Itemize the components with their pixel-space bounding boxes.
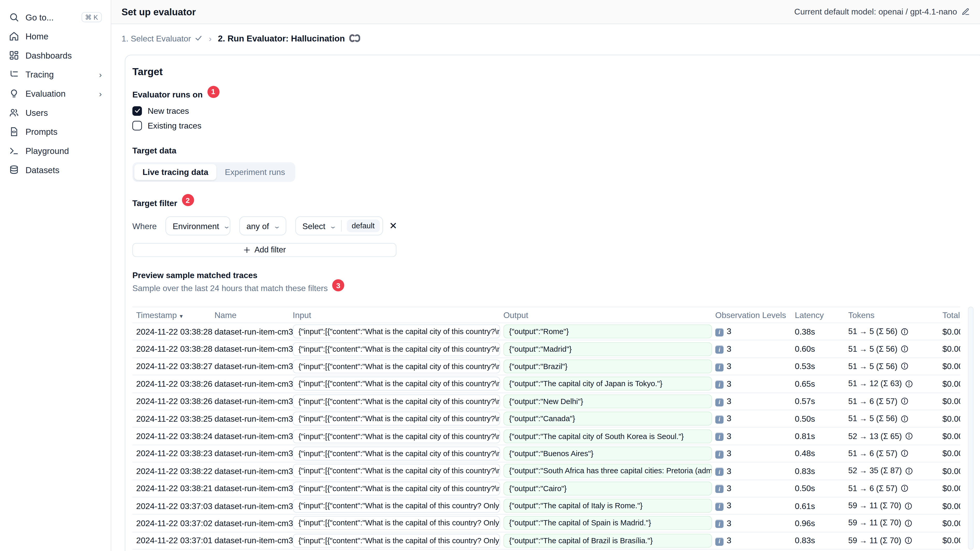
col-output[interactable]: Output: [503, 310, 715, 320]
remove-filter-icon[interactable]: ✕: [389, 220, 397, 232]
input-cell[interactable]: {"input":[{"content":"What is the capita…: [293, 394, 500, 408]
input-text: {"input":[{"content":"What is the capita…: [298, 345, 500, 353]
checkbox-unchecked-icon[interactable]: [132, 121, 142, 130]
input-text: {"input":[{"content":"What is the capita…: [298, 327, 500, 336]
output-cell[interactable]: {"output":"The capital of Italy is Rome.…: [503, 499, 712, 513]
input-cell[interactable]: {"input":[{"content":"What is the capita…: [293, 342, 500, 356]
sidebar-item-tracing[interactable]: Tracing ›: [0, 65, 111, 84]
input-cell[interactable]: {"input":[{"content":"What is the capita…: [293, 324, 500, 338]
sidebar-item-prompts[interactable]: Prompts: [0, 122, 111, 141]
filter-operator-select[interactable]: any of ⌄: [240, 216, 286, 236]
cell-input: {"input":[{"content":"What is the capita…: [293, 464, 503, 478]
table-row[interactable]: 2024-11-22 03:38:21 dataset-run-item-cm3…: [132, 480, 960, 497]
target-data-label: Target data: [132, 145, 177, 155]
checkbox-checked-icon[interactable]: [132, 106, 142, 116]
plus-icon: [243, 246, 250, 254]
table-row[interactable]: 2024-11-22 03:38:23 dataset-run-item-cm3…: [132, 445, 960, 462]
input-cell[interactable]: {"input":[{"content":"What is the capita…: [293, 481, 500, 495]
sidebar-item-playground[interactable]: Playground: [0, 141, 111, 160]
table-row[interactable]: 2024-11-22 03:38:26 dataset-run-item-cm3…: [132, 393, 960, 410]
info-circle-icon[interactable]: [905, 467, 913, 475]
edit-pencil-icon[interactable]: [962, 8, 970, 16]
output-cell[interactable]: {"output":"New Delhi"}: [503, 394, 712, 408]
table-row[interactable]: 2024-11-22 03:38:28 dataset-run-item-cm3…: [132, 323, 960, 341]
sidebar-item-home[interactable]: Home: [0, 27, 111, 46]
col-total-cost[interactable]: Total Cost: [942, 310, 960, 320]
table-row[interactable]: 2024-11-22 03:38:27 dataset-run-item-cm3…: [132, 358, 960, 375]
output-cell[interactable]: {"output":"Rome"}: [503, 324, 712, 338]
chevron-down-icon: ⌄: [329, 222, 337, 229]
output-cell[interactable]: {"output":"South Africa has three capita…: [503, 464, 712, 478]
output-cell[interactable]: {"output":"Buenos Aires"}: [503, 446, 712, 460]
input-cell[interactable]: {"input":[{"content":"What is the capita…: [293, 359, 500, 373]
info-circle-icon[interactable]: [900, 362, 909, 371]
col-input[interactable]: Input: [293, 310, 503, 320]
checkbox-existing-traces[interactable]: Existing traces: [132, 121, 978, 130]
info-square-icon: i: [715, 537, 724, 546]
info-circle-icon[interactable]: [905, 380, 913, 388]
info-circle-icon[interactable]: [904, 537, 913, 545]
input-text: {"input":[{"content":"What is the capita…: [298, 536, 500, 545]
levels-count: 3: [727, 501, 731, 511]
sidebar-item-evaluation[interactable]: Evaluation ›: [0, 84, 111, 103]
step-select-evaluator[interactable]: 1. Select Evaluator: [122, 33, 202, 43]
info-circle-icon[interactable]: [904, 519, 913, 527]
col-tokens[interactable]: Tokens: [848, 310, 942, 320]
cell-total-cost: $0.000011 (: [942, 362, 960, 371]
info-square-icon: i: [715, 503, 724, 511]
output-cell[interactable]: {"output":"The capital of Spain is Madri…: [503, 516, 712, 530]
col-name[interactable]: Name: [215, 310, 293, 320]
table-row[interactable]: 2024-11-22 03:38:25 dataset-run-item-cm3…: [132, 410, 960, 428]
info-circle-icon[interactable]: [900, 397, 909, 405]
input-cell[interactable]: {"input":[{"content":"What is the capita…: [293, 411, 500, 426]
sidebar-goto[interactable]: Go to... ⌘ K: [0, 8, 111, 27]
sidebar-item-users[interactable]: Users: [0, 103, 111, 122]
table-row[interactable]: 2024-11-22 03:38:24 dataset-run-item-cm3…: [132, 428, 960, 445]
filter-column-select[interactable]: Environment ⌄: [165, 216, 231, 236]
add-filter-button[interactable]: Add filter: [132, 243, 397, 257]
checkbox-new-traces[interactable]: New traces: [132, 106, 978, 116]
filter-value-select[interactable]: Select ⌄ default: [295, 216, 383, 236]
table-row[interactable]: 2024-11-22 03:38:28 dataset-run-item-cm3…: [132, 341, 960, 358]
info-square-icon: i: [715, 485, 724, 493]
output-cell[interactable]: {"output":"Madrid"}: [503, 342, 712, 356]
table-row[interactable]: 2024-11-22 03:38:26 dataset-run-item-cm3…: [132, 376, 960, 393]
info-circle-icon[interactable]: [900, 484, 909, 492]
sidebar-item-datasets[interactable]: Datasets: [0, 160, 111, 179]
input-cell[interactable]: {"input":[{"content":"What is the capita…: [293, 377, 500, 391]
table-row[interactable]: 2024-11-22 03:37:01 dataset-run-item-cm3…: [132, 532, 960, 550]
col-latency[interactable]: Latency: [795, 310, 848, 320]
table-row[interactable]: 2024-11-22 03:37:03 dataset-run-item-cm3…: [132, 497, 960, 515]
step-run-evaluator[interactable]: 2. Run Evaluator: Hallucination: [218, 33, 360, 43]
info-circle-icon[interactable]: [900, 449, 909, 458]
table-row[interactable]: 2024-11-22 03:37:02 dataset-run-item-cm3…: [132, 515, 960, 532]
info-circle-icon[interactable]: [900, 414, 909, 423]
output-cell[interactable]: {"output":"Canada"}: [503, 411, 712, 426]
info-circle-icon[interactable]: [905, 432, 913, 440]
input-cell[interactable]: {"input":[{"content":"What is the capita…: [293, 446, 500, 460]
input-cell[interactable]: {"input":[{"content":"What is the capita…: [293, 499, 500, 513]
col-timestamp[interactable]: Timestamp▼: [136, 310, 215, 320]
input-cell[interactable]: {"input":[{"content":"What is the capita…: [293, 464, 500, 478]
col-observation-levels[interactable]: Observation Levels: [715, 310, 795, 320]
tab-experiment-runs[interactable]: Experiment runs: [216, 164, 293, 179]
cell-observation-levels: i3: [715, 518, 795, 528]
info-circle-icon[interactable]: [900, 345, 909, 353]
table-row[interactable]: 2024-11-22 03:38:22 dataset-run-item-cm3…: [132, 463, 960, 480]
output-cell[interactable]: {"output":"Brazil"}: [503, 359, 712, 373]
sidebar-item-dashboards[interactable]: Dashboards: [0, 46, 111, 65]
info-circle-icon[interactable]: [904, 502, 913, 510]
input-cell[interactable]: {"input":[{"content":"What is the capita…: [293, 429, 500, 443]
output-text: {"output":"Buenos Aires"}: [509, 449, 593, 458]
output-cell[interactable]: {"output":"The capital city of Japan is …: [503, 377, 712, 391]
table-scrollbar[interactable]: [968, 306, 974, 550]
step-badge-1: 1: [207, 86, 220, 98]
output-cell[interactable]: {"output":"The capital of Brazil is Bras…: [503, 534, 712, 548]
output-cell[interactable]: {"output":"Cairo"}: [503, 481, 712, 495]
info-circle-icon[interactable]: [900, 327, 909, 336]
input-cell[interactable]: {"input":[{"content":"What is the capita…: [293, 516, 500, 530]
input-cell[interactable]: {"input":[{"content":"What is the capita…: [293, 534, 500, 548]
output-cell[interactable]: {"output":"The capital city of South Kor…: [503, 429, 712, 443]
tab-live-tracing-data[interactable]: Live tracing data: [134, 164, 216, 179]
cell-output: {"output":"Buenos Aires"}: [503, 446, 715, 460]
